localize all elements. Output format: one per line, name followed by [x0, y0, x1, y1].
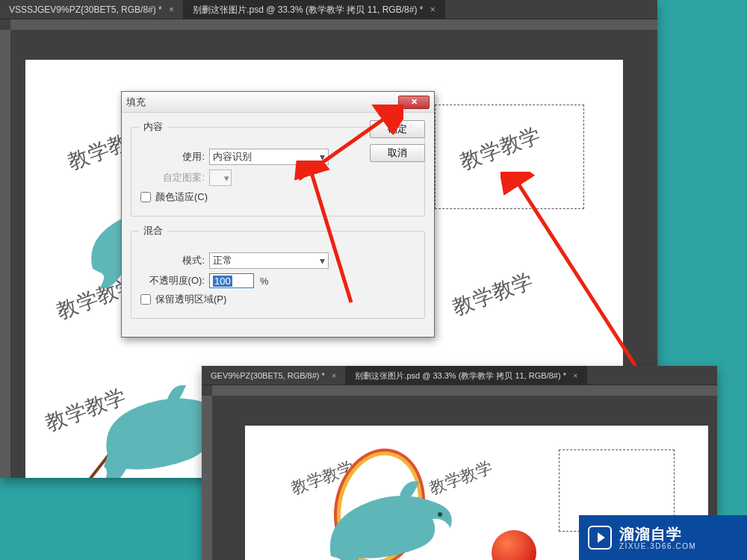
watermark-text: 教学教学 [449, 267, 537, 322]
logo-text: 溜溜自学 [619, 526, 696, 542]
dialog-title: 填充 [126, 96, 398, 109]
close-icon[interactable]: × [169, 4, 174, 15]
close-icon[interactable]: × [573, 371, 577, 380]
close-icon: ✕ [411, 97, 418, 107]
select-value: 正常 [213, 254, 232, 267]
blend-group: 混合 模式: 正常 ▾ 不透明度(O): 100 % 保留透明区域(P) [131, 224, 425, 319]
tab-label: 别删这张图片.psd @ 33.3% (教学教学 拷贝 11, RGB/8#) … [355, 371, 566, 380]
play-icon [588, 526, 612, 550]
tab-label: 别删这张图片.psd @ 33.3% (教学教学 拷贝 11, RGB/8#) … [193, 4, 423, 15]
ok-button[interactable]: 确定 [370, 120, 425, 138]
ruler-vertical [202, 396, 212, 560]
opacity-label: 不透明度(O): [139, 274, 205, 287]
group-label: 内容 [139, 120, 167, 134]
tab-label: VSSSJGEV9%PZ{30BET5, RGB/8#) * [9, 4, 162, 15]
document-tab-2[interactable]: 别删这张图片.psd @ 33.3% (教学教学 拷贝 11, RGB/8#) … [184, 0, 445, 19]
select-value: 内容识别 [213, 150, 252, 164]
use-label: 使用: [139, 150, 205, 164]
percent-label: % [260, 276, 269, 287]
site-watermark-logo: 溜溜自学 ZIXUE.3D66.COM [579, 515, 747, 560]
close-icon[interactable]: × [430, 4, 436, 15]
pattern-label: 自定图案: [139, 171, 205, 184]
close-icon[interactable]: × [332, 371, 336, 380]
chevron-down-icon: ▾ [224, 172, 229, 184]
checkbox-input[interactable] [140, 192, 151, 202]
preserve-transparency-checkbox[interactable]: 保留透明区域(P) [140, 293, 351, 306]
dolphin-image [316, 474, 465, 560]
chevron-down-icon: ▾ [320, 153, 325, 161]
ruler-vertical [0, 30, 10, 478]
use-select[interactable]: 内容识别 ▾ [209, 149, 329, 165]
ruler-horizontal [10, 19, 657, 30]
opacity-input[interactable]: 100 [209, 273, 254, 288]
group-label: 混合 [139, 224, 167, 237]
ball-prop [492, 530, 536, 560]
checkbox-input[interactable] [140, 294, 151, 305]
tab-bar: GEV9%PZ{30BET5, RGB/8#) * × 别删这张图片.psd @… [202, 366, 717, 385]
mode-label: 模式: [139, 254, 205, 267]
tab-bar: VSSSJGEV9%PZ{30BET5, RGB/8#) * × 别删这张图片.… [0, 0, 657, 19]
opacity-value: 100 [213, 276, 232, 287]
checkbox-label: 保留透明区域(P) [155, 293, 226, 306]
document-tab-1[interactable]: GEV9%PZ{30BET5, RGB/8#) * × [202, 366, 346, 385]
selection-marquee [435, 105, 584, 209]
cancel-button[interactable]: 取消 [370, 144, 425, 162]
pattern-swatch: ▾ [209, 169, 232, 186]
chevron-down-icon: ▾ [320, 257, 325, 264]
dialog-close-button[interactable]: ✕ [398, 96, 430, 109]
mode-select[interactable]: 正常 ▾ [209, 252, 329, 269]
document-tab-1[interactable]: VSSSJGEV9%PZ{30BET5, RGB/8#) * × [0, 0, 184, 19]
logo-url: ZIXUE.3D66.COM [619, 542, 696, 550]
tab-label: GEV9%PZ{30BET5, RGB/8#) * [211, 371, 325, 380]
checkbox-label: 颜色适应(C) [155, 190, 208, 204]
dialog-titlebar[interactable]: 填充 ✕ [122, 92, 434, 113]
document-tab-2[interactable]: 别删这张图片.psd @ 33.3% (教学教学 拷贝 11, RGB/8#) … [346, 366, 587, 385]
svg-point-7 [438, 512, 442, 517]
ruler-horizontal [212, 385, 717, 396]
fill-dialog: 填充 ✕ 确定 取消 内容 使用: 内容识别 ▾ 自定图案: ▾ 颜色适应(C) [121, 91, 435, 337]
color-adapt-checkbox[interactable]: 颜色适应(C) [140, 190, 351, 204]
